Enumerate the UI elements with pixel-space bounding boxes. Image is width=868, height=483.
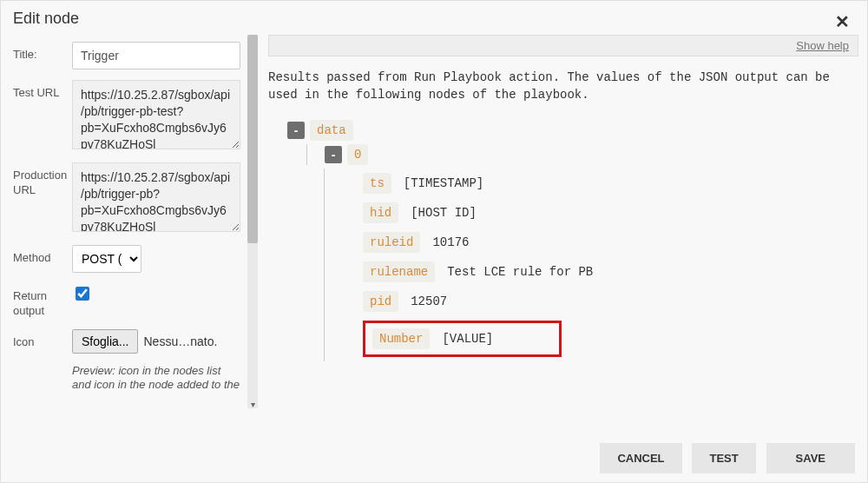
collapse-icon[interactable]: - — [287, 122, 305, 139]
return-output-label: Return output — [13, 283, 72, 319]
tree-leaf: rulenameTest LCE rule for PB — [363, 257, 858, 287]
close-icon[interactable]: ✕ — [835, 11, 850, 32]
left-pane: Title: Test URL https://10.25.2.87/sgbox… — [13, 35, 247, 408]
file-name-text: Nessu…nato. — [143, 334, 217, 348]
tree-leaf: ruleid10176 — [363, 228, 858, 257]
tree-key[interactable]: data — [310, 120, 353, 141]
cancel-button[interactable]: CANCEL — [600, 443, 681, 473]
tree-key[interactable]: rulename — [363, 261, 435, 282]
scroll-thumb[interactable] — [247, 35, 258, 243]
icon-label: Icon — [13, 329, 72, 350]
tree-leaves: ts[TIMESTAMP]hid[HOST ID]ruleid10176rule… — [324, 169, 858, 361]
help-bar: Show help — [268, 35, 858, 56]
row-production-url: Production URL https://10.25.2.87/sgbox/… — [13, 162, 240, 235]
row-return-output: Return output — [13, 283, 240, 319]
row-title: Title: — [13, 42, 240, 69]
tree-node-data: - data — [287, 120, 858, 141]
preview-help-text: Preview: icon in the nodes list and icon… — [72, 364, 240, 393]
title-input[interactable] — [72, 42, 240, 69]
test-button[interactable]: TEST — [692, 443, 755, 473]
return-output-checkbox[interactable] — [76, 287, 89, 301]
edit-node-modal: Edit node ✕ Title: Test URL https://10.2… — [0, 0, 868, 483]
tree-value: 12507 — [411, 294, 447, 308]
tree-node-index: - 0 — [306, 144, 858, 165]
modal-title: Edit node — [13, 10, 79, 27]
right-pane: Show help Results passed from Run Playbo… — [263, 35, 858, 408]
tree-key[interactable]: ruleid — [363, 232, 420, 253]
tree-leaf: ts[TIMESTAMP] — [363, 169, 858, 198]
tree-key[interactable]: Number — [372, 328, 430, 349]
left-scrollbar[interactable]: ▴ ▾ — [247, 35, 258, 408]
show-help-link[interactable]: Show help — [796, 39, 849, 52]
browse-button[interactable]: Sfoglia... — [72, 329, 138, 354]
row-icon: Icon Sfoglia... Nessu…nato. — [13, 329, 240, 354]
save-button[interactable]: SAVE — [766, 443, 855, 473]
highlighted-leaf: Number[VALUE] — [363, 321, 562, 357]
json-tree: - data - 0 ts[TIMESTAMP]hid[HOST ID]rule… — [268, 120, 858, 361]
tree-key[interactable]: ts — [363, 173, 391, 194]
production-url-textarea[interactable]: https://10.25.2.87/sgbox/api/pb/trigger-… — [72, 162, 240, 232]
modal-header: Edit node ✕ — [1, 1, 867, 35]
modal-footer: CANCEL TEST SAVE — [1, 434, 867, 482]
tree-key[interactable]: 0 — [347, 144, 368, 165]
tree-value: [HOST ID] — [411, 206, 477, 220]
tree-value: [TIMESTAMP] — [404, 176, 483, 190]
method-select[interactable]: POST ( — [72, 245, 141, 273]
tree-value: Test LCE rule for PB — [447, 265, 593, 279]
tree-key[interactable]: hid — [363, 202, 398, 223]
tree-leaf: pid12507 — [363, 287, 858, 316]
modal-body: Title: Test URL https://10.25.2.87/sgbox… — [1, 35, 867, 408]
tree-key[interactable]: pid — [363, 291, 398, 312]
production-url-label: Production URL — [13, 162, 72, 198]
test-url-textarea[interactable]: https://10.25.2.87/sgbox/api/pb/trigger-… — [72, 80, 240, 149]
method-label: Method — [13, 245, 72, 266]
collapse-icon[interactable]: - — [325, 146, 342, 163]
tree-value: 10176 — [432, 235, 469, 249]
tree-leaf: Number[VALUE] — [363, 316, 858, 361]
results-description: Results passed from Run Playbook action.… — [268, 69, 858, 104]
title-label: Title: — [13, 42, 72, 63]
tree-leaf: hid[HOST ID] — [363, 198, 858, 228]
test-url-label: Test URL — [13, 80, 72, 101]
row-test-url: Test URL https://10.25.2.87/sgbox/api/pb… — [13, 80, 240, 152]
tree-value: [VALUE] — [442, 332, 493, 346]
row-method: Method POST ( — [13, 245, 240, 273]
scroll-down-icon[interactable]: ▾ — [247, 400, 258, 410]
